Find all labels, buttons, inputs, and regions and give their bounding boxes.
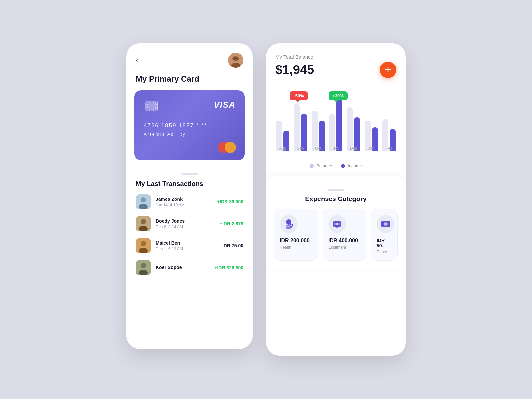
bar-group-sep: -50% Sep	[293, 94, 307, 151]
bar-pair-feb	[382, 94, 396, 151]
bar-group-jan: Jan	[364, 94, 378, 151]
bar-fill-sep	[301, 114, 307, 151]
svg-point-17	[141, 197, 146, 202]
tx-name-1: James Zonk	[156, 197, 217, 202]
svg-rect-38	[335, 228, 339, 228]
bar-bg-sep	[294, 104, 300, 151]
mc-orange-circle	[225, 142, 236, 153]
svg-rect-37	[336, 227, 338, 228]
transaction-item[interactable]: Maicel Ben Des 1, 6:12 AM -IDR 75.00	[136, 238, 243, 253]
health-icon	[283, 218, 295, 230]
tx-date-2: Des 8, 8:14 AM	[156, 225, 220, 229]
legend-dot-income	[341, 164, 345, 168]
legend-income: Income	[341, 163, 362, 168]
tooltip-nov: +30%	[329, 91, 348, 100]
add-button[interactable]	[380, 62, 396, 78]
sheet-handle-2	[274, 184, 398, 191]
person-icon-2	[136, 216, 151, 231]
bar-label-jan: Jan	[368, 146, 374, 151]
svg-point-20	[141, 219, 146, 224]
health-icon-wrap	[280, 215, 298, 233]
chart-legend: Balance Income	[275, 160, 396, 175]
mastercard-logo	[218, 142, 236, 153]
expense-amount-equipment: IDR 400.000	[328, 238, 361, 244]
tx-amount-3: -IDR 75.00	[221, 243, 243, 248]
tx-date-3: Des 1, 6:12 AM	[156, 247, 221, 251]
bar-label-feb: Feb	[386, 146, 393, 151]
bar-pair-nov	[329, 94, 342, 151]
photo-icon	[380, 218, 392, 230]
card-number: 4726 1859 1857 ****	[144, 122, 235, 129]
tx-info-1: James Zonk Jan 14, 4:10 AM	[156, 197, 217, 207]
legend-balance: Balance	[310, 163, 332, 168]
svg-point-26	[141, 263, 146, 268]
person-icon-3	[136, 238, 151, 253]
expense-card-photo[interactable]: IDR 50... Photo	[371, 209, 398, 261]
bar-label-sep: Sep	[297, 146, 304, 151]
transaction-item[interactable]: James Zonk Jan 14, 4:10 AM +IDR 89.000	[136, 194, 243, 209]
bar-pair-oct	[312, 94, 325, 151]
expense-card-health[interactable]: IDR 200.000 Health	[274, 209, 318, 261]
expense-label-health: Health	[280, 245, 312, 250]
tx-info-2: Boedy Jones Des 8, 8:14 AM	[156, 218, 220, 229]
bar-group-nov: +30% Nov	[329, 94, 343, 151]
sheet-handle	[126, 168, 253, 175]
left-header: ‹	[126, 43, 253, 71]
avatar[interactable]	[228, 53, 243, 68]
tx-amount-1: +IDR 89.000	[217, 199, 243, 204]
bar-bg-oct	[312, 111, 318, 151]
equipment-icon	[331, 218, 343, 230]
transaction-item[interactable]: Boedy Jones Des 8, 8:14 AM +IDR 2.678	[136, 216, 243, 231]
handle-bar	[181, 173, 198, 175]
tx-info-4: Koer Sopoe	[156, 265, 214, 271]
tooltip-sep: -50%	[290, 91, 308, 100]
transactions-title: My Last Transactions	[136, 180, 243, 188]
expense-label-photo: Photo	[377, 250, 392, 254]
tx-amount-2: +IDR 2.678	[220, 221, 243, 226]
chip-icon	[144, 100, 160, 112]
bar-label-oct: Oct	[315, 146, 321, 151]
photo-icon-wrap	[377, 215, 395, 233]
person-icon-4	[136, 260, 151, 275]
avatar-image	[228, 53, 243, 68]
chart-container: Aug -50% Sep	[275, 87, 396, 160]
balance-amount: $1,945	[275, 63, 314, 77]
bar-group-des: Des	[346, 94, 361, 151]
back-button[interactable]: ‹	[136, 56, 138, 65]
tx-avatar-3	[136, 238, 151, 253]
svg-rect-7	[148, 103, 156, 109]
bar-group-aug: Aug	[275, 94, 290, 151]
tx-avatar-2	[136, 216, 151, 231]
expense-card-equipment[interactable]: IDR 400.000 Equitment	[323, 209, 366, 261]
person-icon-1	[136, 194, 151, 209]
expense-cards: IDR 200.000 Health IDR 400.00	[274, 209, 398, 261]
screens-wrapper: ‹ My Primary Card	[126, 23, 406, 376]
transaction-item[interactable]: Koer Sopoe +IDR 326.800	[136, 260, 243, 275]
tx-avatar-4	[136, 260, 151, 275]
svg-point-41	[384, 223, 387, 225]
transactions-section: My Last Transactions James Zonk Jan 14, …	[126, 175, 253, 287]
chart-section: Aug -50% Sep	[266, 83, 406, 175]
left-phone: ‹ My Primary Card	[126, 43, 253, 349]
bar-bg-nov	[329, 114, 335, 151]
expense-label-equipment: Equitment	[328, 245, 361, 250]
legend-income-label: Income	[348, 163, 362, 168]
tx-date-1: Jan 14, 4:10 AM	[156, 203, 217, 207]
plus-icon	[384, 66, 392, 74]
expenses-section: Expenses Category IDR 200.000	[266, 176, 406, 269]
svg-point-23	[141, 241, 146, 246]
bar-label-nov: Nov	[332, 146, 339, 151]
bar-pair-jan	[365, 94, 378, 151]
bar-group-feb: Feb	[382, 94, 396, 151]
bar-fill-des	[354, 117, 360, 151]
balance-row: $1,945	[275, 62, 396, 78]
credit-card: VISA 4726 1859 1857 **** Artemis Ability	[134, 90, 245, 160]
tx-name-3: Maicel Ben	[156, 240, 221, 246]
equipment-icon-wrap	[328, 215, 346, 233]
tx-name-4: Koer Sopoe	[156, 265, 214, 270]
right-phone: My Total Balance $1,945	[266, 43, 406, 356]
svg-point-36	[336, 223, 338, 225]
bar-label-des: Des	[350, 146, 357, 151]
bar-bg-des	[347, 107, 353, 151]
tx-avatar-1	[136, 194, 151, 209]
